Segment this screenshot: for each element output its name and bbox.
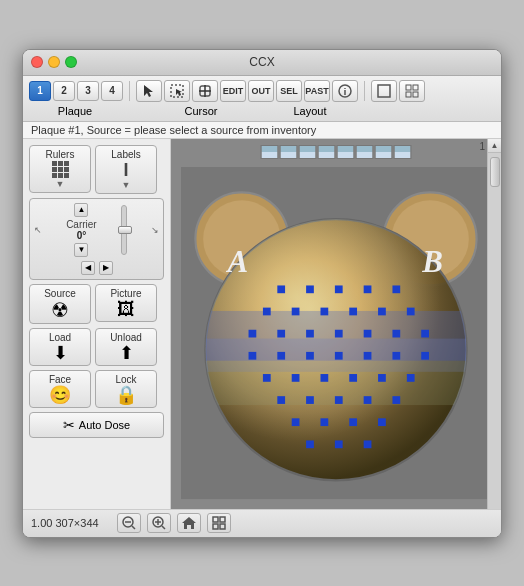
carrier-up[interactable]: ▲ <box>74 203 88 217</box>
zoom-out-button[interactable] <box>117 513 141 533</box>
canvas-dimensions: 307×344 <box>55 517 98 529</box>
svg-rect-41 <box>364 330 372 338</box>
maximize-button[interactable] <box>65 56 77 68</box>
load-unload-row: Load ⬇ Unload ⬆ <box>29 328 164 366</box>
left-panel: Rulers ▼ Labels I ▼ ↖ <box>23 139 171 509</box>
cursor-tool[interactable] <box>136 80 162 102</box>
scrollbar-right[interactable]: ▲ <box>487 139 501 509</box>
carrier-down[interactable]: ▼ <box>74 243 88 257</box>
move-tool[interactable] <box>192 80 218 102</box>
source-picture-row: Source ☢ Picture 🖼 <box>29 284 164 324</box>
svg-rect-45 <box>277 352 285 360</box>
svg-marker-2 <box>176 89 182 96</box>
svg-rect-63 <box>321 419 329 427</box>
picture-button[interactable]: Picture 🖼 <box>95 284 157 322</box>
home-button[interactable] <box>177 513 201 533</box>
stripes <box>261 145 412 159</box>
tab-4[interactable]: 4 <box>101 81 123 101</box>
load-button[interactable]: Load ⬇ <box>29 328 91 366</box>
window-title: CCX <box>249 55 274 69</box>
source-button[interactable]: Source ☢ <box>29 284 91 324</box>
auto-dose-button[interactable]: ✂ Auto Dose <box>29 412 164 438</box>
canvas-area: 1 <box>171 139 501 509</box>
svg-rect-60 <box>364 397 372 405</box>
bottom-right-arrow[interactable]: ↘ <box>151 225 159 235</box>
svg-rect-78 <box>220 517 225 522</box>
page-number: 1 <box>479 141 485 152</box>
stripe-7 <box>375 145 393 159</box>
svg-line-71 <box>132 526 135 529</box>
toolbar-labels: Plaque Cursor Layout <box>29 105 495 117</box>
svg-rect-40 <box>335 330 343 338</box>
plaque-svg: A B <box>181 167 491 499</box>
edit-tool[interactable]: EDIT <box>220 80 246 102</box>
carrier-value: 0° <box>77 230 87 241</box>
zoom-in-button[interactable] <box>147 513 171 533</box>
svg-rect-12 <box>413 92 418 97</box>
carrier-slider-thumb[interactable] <box>118 226 132 234</box>
rulers-label: Rulers <box>46 149 75 160</box>
svg-rect-67 <box>335 441 343 449</box>
labels-button[interactable]: Labels I ▼ <box>95 145 157 194</box>
svg-line-75 <box>162 526 165 529</box>
svg-rect-79 <box>213 524 218 529</box>
stripe-6 <box>356 145 374 159</box>
svg-rect-44 <box>249 352 257 360</box>
svg-rect-37 <box>249 330 257 338</box>
picture-label: Picture <box>110 288 141 299</box>
svg-rect-26 <box>277 286 285 294</box>
carrier-right[interactable]: ▶ <box>99 261 113 275</box>
tab-2[interactable]: 2 <box>53 81 75 101</box>
info-tool[interactable]: i <box>332 80 358 102</box>
layout-grid[interactable] <box>399 80 425 102</box>
unload-button[interactable]: Unload ⬆ <box>95 328 157 366</box>
toolbar-row: 1 2 3 4 EDIT OUT SEL PAST i <box>29 80 495 102</box>
svg-rect-46 <box>306 352 314 360</box>
tab-3[interactable]: 3 <box>77 81 99 101</box>
separator-2 <box>364 81 365 101</box>
auto-dose-icon: ✂ <box>63 417 75 433</box>
load-icon: ⬇ <box>53 344 68 362</box>
rulers-button[interactable]: Rulers ▼ <box>29 145 91 193</box>
sel-tool[interactable]: SEL <box>276 80 302 102</box>
svg-rect-61 <box>392 397 400 405</box>
face-button[interactable]: Face 😊 <box>29 370 91 408</box>
carrier-left[interactable]: ◀ <box>81 261 95 275</box>
face-label: Face <box>49 374 71 385</box>
fit-button[interactable] <box>207 513 231 533</box>
labels-dropdown[interactable]: ▼ <box>122 180 131 190</box>
scroll-thumb[interactable] <box>490 157 500 187</box>
carrier-label: Carrier <box>66 219 97 230</box>
svg-rect-39 <box>306 330 314 338</box>
lock-button[interactable]: Lock 🔒 <box>95 370 157 408</box>
plaque-visual: A B <box>181 169 491 499</box>
svg-rect-27 <box>306 286 314 294</box>
svg-rect-77 <box>213 517 218 522</box>
svg-rect-31 <box>263 308 271 316</box>
out-tool[interactable]: OUT <box>248 80 274 102</box>
stripe-2 <box>280 145 298 159</box>
lock-label: Lock <box>115 374 136 385</box>
svg-rect-49 <box>392 352 400 360</box>
svg-rect-68 <box>364 441 372 449</box>
stripe-bar <box>261 145 412 159</box>
close-button[interactable] <box>31 56 43 68</box>
layout-single[interactable] <box>371 80 397 102</box>
rulers-dropdown[interactable]: ▼ <box>56 179 65 189</box>
svg-rect-52 <box>292 374 300 382</box>
svg-rect-43 <box>421 330 429 338</box>
select-tool[interactable] <box>164 80 190 102</box>
tab-1[interactable]: 1 <box>29 81 51 101</box>
stripe-1 <box>261 145 279 159</box>
rulers-grid-icon <box>52 161 69 178</box>
svg-rect-64 <box>349 419 357 427</box>
minimize-button[interactable] <box>48 56 60 68</box>
svg-rect-38 <box>277 330 285 338</box>
paste-tool[interactable]: PAST <box>304 80 330 102</box>
svg-rect-33 <box>321 308 329 316</box>
titlebar: CCX <box>23 50 501 76</box>
scroll-up[interactable]: ▲ <box>488 139 502 153</box>
svg-rect-48 <box>364 352 372 360</box>
top-left-arrow[interactable]: ↖ <box>34 225 42 235</box>
picture-icon: 🖼 <box>117 300 135 318</box>
